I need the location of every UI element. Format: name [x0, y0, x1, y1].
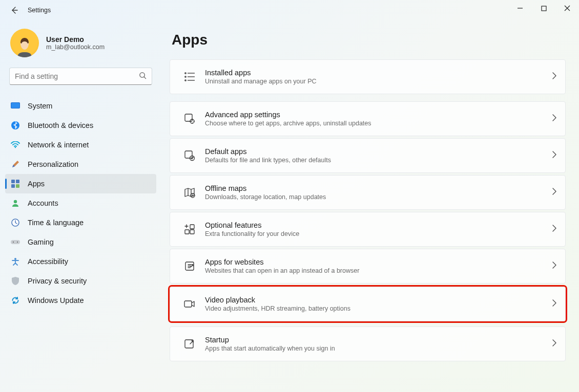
chevron-right-icon: [552, 72, 557, 81]
card-title: Video playback: [205, 296, 552, 304]
card-title: Installed apps: [205, 69, 552, 77]
app-gear-icon: [179, 113, 200, 124]
sidebar-item-apps[interactable]: Apps: [5, 174, 156, 193]
chevron-right-icon: [552, 225, 557, 234]
card-title: Startup: [205, 336, 552, 344]
svg-point-16: [185, 73, 186, 74]
card-startup[interactable]: Startup Apps that start automatically wh…: [170, 326, 566, 361]
sidebar-item-label: System: [28, 102, 52, 110]
svg-rect-28: [184, 301, 192, 307]
search-field[interactable]: [15, 72, 139, 80]
card-title: Offline maps: [205, 184, 552, 192]
sidebar-item-accessibility[interactable]: Accessibility: [5, 252, 156, 271]
card-subtitle: Extra functionality for your device: [205, 230, 552, 237]
sidebar-item-label: Time & language: [28, 219, 84, 227]
accessibility-icon: [10, 257, 20, 266]
default-apps-icon: [179, 150, 200, 161]
svg-point-1: [140, 72, 144, 77]
card-subtitle: Downloads, storage location, map updates: [205, 193, 552, 201]
svg-rect-8: [11, 184, 15, 188]
chevron-right-icon: [552, 262, 557, 271]
svg-point-15: [14, 258, 16, 260]
search-icon: [139, 72, 147, 81]
svg-rect-19: [185, 114, 192, 121]
sidebar-item-system[interactable]: System: [5, 96, 156, 116]
search-input[interactable]: [9, 68, 152, 85]
card-subtitle: Video adjustments, HDR streaming, batter…: [205, 305, 552, 312]
back-button[interactable]: [4, 0, 25, 20]
apps-websites-icon: [179, 261, 200, 271]
svg-rect-12: [11, 240, 20, 244]
card-subtitle: Apps that start automatically when you s…: [205, 345, 552, 352]
card-advanced-settings[interactable]: Advanced app settings Choose where to ge…: [170, 101, 566, 136]
sidebar-item-time[interactable]: Time & language: [5, 213, 156, 232]
svg-rect-6: [11, 180, 15, 183]
card-title: Apps for websites: [205, 258, 552, 266]
card-video-playback[interactable]: Video playback Video adjustments, HDR st…: [170, 287, 566, 321]
sidebar-item-label: Privacy & security: [28, 277, 87, 285]
apps-icon: [10, 180, 20, 188]
sidebar: User Demo m_lab@outlook.com System Bluet…: [0, 20, 161, 392]
sidebar-item-update[interactable]: Windows Update: [5, 291, 156, 310]
system-icon: [10, 102, 20, 110]
card-optional-features[interactable]: Optional features Extra functionality fo…: [170, 212, 566, 247]
sidebar-item-personalization[interactable]: Personalization: [5, 155, 156, 174]
svg-rect-21: [185, 151, 192, 158]
gamepad-icon: [10, 239, 20, 245]
plus-grid-icon: [179, 224, 200, 234]
shield-icon: [10, 277, 20, 285]
chevron-right-icon: [552, 299, 557, 309]
clock-icon: [10, 219, 20, 227]
sidebar-item-label: Windows Update: [28, 296, 84, 304]
sidebar-item-privacy[interactable]: Privacy & security: [5, 271, 156, 291]
main: Apps Installed apps Uninstall and manage…: [161, 20, 579, 392]
user-name: User Demo: [46, 35, 105, 43]
svg-point-13: [13, 242, 14, 243]
bluetooth-icon: [10, 121, 20, 129]
page-title: Apps: [172, 32, 566, 48]
svg-rect-26: [190, 230, 194, 234]
person-icon: [10, 199, 20, 207]
update-icon: [10, 296, 20, 304]
card-offline-maps[interactable]: Offline maps Downloads, storage location…: [170, 175, 566, 210]
sidebar-item-label: Bluetooth & devices: [28, 121, 93, 129]
card-title: Advanced app settings: [205, 111, 552, 119]
sidebar-item-label: Accounts: [28, 199, 58, 207]
sidebar-item-bluetooth[interactable]: Bluetooth & devices: [5, 116, 156, 135]
chevron-right-icon: [552, 114, 557, 123]
card-subtitle: Defaults for file and link types, other …: [205, 157, 552, 164]
sidebar-item-label: Apps: [28, 180, 45, 188]
sidebar-item-accounts[interactable]: Accounts: [5, 193, 156, 213]
card-subtitle: Websites that can open in an app instead…: [205, 267, 552, 274]
wifi-icon: [10, 141, 20, 148]
svg-point-14: [17, 242, 18, 243]
svg-rect-25: [185, 230, 189, 234]
sidebar-item-label: Network & internet: [28, 141, 89, 149]
svg-point-17: [185, 76, 186, 77]
sidebar-item-label: Personalization: [28, 160, 78, 168]
card-default-apps[interactable]: Default apps Defaults for file and link …: [170, 138, 566, 173]
sidebar-item-gaming[interactable]: Gaming: [5, 232, 156, 252]
chevron-right-icon: [552, 151, 557, 160]
sidebar-item-network[interactable]: Network & internet: [5, 135, 156, 155]
close-button[interactable]: [555, 0, 579, 16]
card-subtitle: Uninstall and manage apps on your PC: [205, 78, 552, 85]
chevron-right-icon: [552, 339, 557, 349]
card-apps-websites[interactable]: Apps for websites Websites that can open…: [170, 249, 566, 284]
card-subtitle: Choose where to get apps, archive apps, …: [205, 120, 552, 127]
nav: System Bluetooth & devices Network & int…: [0, 88, 161, 310]
svg-point-18: [185, 80, 186, 81]
video-icon: [179, 300, 200, 308]
user-profile[interactable]: User Demo m_lab@outlook.com: [0, 23, 161, 60]
maximize-button[interactable]: [532, 0, 555, 16]
svg-rect-7: [16, 180, 19, 183]
card-title: Optional features: [205, 221, 552, 229]
map-icon: [179, 187, 200, 198]
avatar: [10, 29, 39, 57]
card-installed-apps[interactable]: Installed apps Uninstall and manage apps…: [170, 59, 566, 94]
svg-rect-9: [16, 184, 19, 188]
svg-point-5: [15, 147, 16, 148]
svg-point-10: [14, 200, 17, 203]
window-title: Settings: [28, 7, 51, 14]
minimize-button[interactable]: [508, 0, 532, 16]
